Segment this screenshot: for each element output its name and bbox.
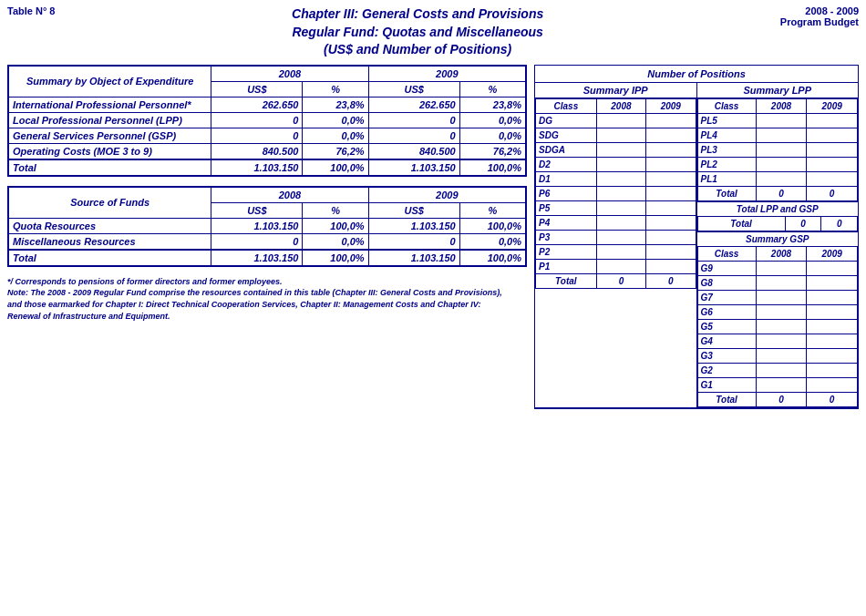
- list-item: G8: [697, 275, 858, 290]
- total-usd-2008: 1.103.150: [211, 159, 303, 176]
- row-label: Operating Costs (MOE 3 to 9): [9, 143, 211, 159]
- class-2009: [646, 244, 696, 259]
- lpp-title: Summary LPP: [697, 83, 859, 98]
- total-pct-2009: 100,0%: [459, 159, 525, 176]
- gsp-total-2008: 0: [756, 392, 807, 406]
- main-layout: Summary by Object of Expenditure 2008 20…: [7, 65, 859, 409]
- total-usd-2009: 1.103.150: [368, 250, 459, 266]
- list-item: PL5: [697, 113, 858, 128]
- left-section: Summary by Object of Expenditure 2008 20…: [7, 65, 527, 409]
- class-2009: [807, 171, 858, 186]
- class-2008: [596, 186, 645, 200]
- usd-2008-cell: 0: [211, 233, 303, 250]
- class-2009: [807, 290, 858, 304]
- year-2009-header: 2009: [368, 66, 525, 81]
- list-item: G6: [697, 304, 858, 319]
- pct-2009-cell: 100,0%: [459, 218, 525, 233]
- class-2008: [756, 261, 807, 275]
- class-name: P1: [536, 259, 597, 273]
- class-2009: [807, 275, 858, 290]
- footnote: */ Corresponds to pensions of former dir…: [7, 276, 527, 322]
- class-2008: [756, 128, 807, 142]
- ipp-2008-header: 2008: [596, 98, 645, 113]
- row-label: Quota Resources: [9, 218, 211, 233]
- class-name: P2: [536, 244, 597, 259]
- page: Table N° 8 Chapter III: General Costs an…: [0, 0, 866, 616]
- class-name: G2: [697, 363, 756, 377]
- source-year-2009-header: 2009: [368, 187, 525, 202]
- footnote-line1: */ Corresponds to pensions of former dir…: [7, 276, 527, 288]
- source-usd-2008: US$: [211, 202, 303, 218]
- list-item: SDGA: [536, 142, 696, 157]
- header: Table N° 8 Chapter III: General Costs an…: [7, 5, 859, 59]
- class-2008: [756, 319, 807, 334]
- expenditure-table-title: Summary by Object of Expenditure: [9, 66, 211, 97]
- source-table-title: Source of Funds: [9, 187, 211, 218]
- class-2008: [596, 171, 645, 186]
- footnote-line3: and those earmarked for Chapter I: Direc…: [7, 299, 527, 311]
- class-2008: [756, 142, 807, 157]
- total-row: Total 1.103.150 100,0% 1.103.150 100,0%: [9, 250, 526, 266]
- year-range: 2008 - 2009 Program Budget: [780, 5, 859, 27]
- class-2008: [756, 377, 807, 392]
- lpp-total-label: Total: [697, 186, 756, 200]
- usd-2009-cell: 0: [368, 233, 459, 250]
- class-2008: [756, 171, 807, 186]
- class-2009: [646, 128, 696, 142]
- lpp-block: Summary LPP Class 2008 2009 PL5 PL4: [697, 83, 859, 407]
- list-item: P2: [536, 244, 696, 259]
- ipp-total-2008: 0: [596, 273, 645, 288]
- ipp-block: Summary IPP Class 2008 2009 DG SDG: [535, 83, 697, 407]
- pct-2009-subheader: %: [459, 81, 525, 97]
- usd-2009-cell: 840.500: [368, 143, 459, 159]
- usd-2009-subheader: US$: [368, 81, 459, 97]
- class-name: G1: [697, 377, 756, 392]
- total-pct-2008: 100,0%: [303, 159, 368, 176]
- class-name: PL3: [697, 142, 756, 157]
- row-label: International Professional Personnel*: [9, 97, 211, 112]
- list-item: DG: [536, 113, 696, 128]
- list-item: G3: [697, 348, 858, 363]
- list-item: D2: [536, 157, 696, 171]
- list-item: G4: [697, 334, 858, 348]
- class-name: PL5: [697, 113, 756, 128]
- total-pct-2009: 100,0%: [459, 250, 525, 266]
- list-item: P4: [536, 215, 696, 230]
- class-name: G3: [697, 348, 756, 363]
- class-2008: [756, 290, 807, 304]
- usd-2009-cell: 0: [368, 112, 459, 128]
- source-pct-2008: %: [303, 202, 368, 218]
- pct-2008-cell: 23,8%: [303, 97, 368, 112]
- class-2008: [596, 259, 645, 273]
- expenditure-table: Summary by Object of Expenditure 2008 20…: [8, 66, 526, 176]
- class-2008: [596, 244, 645, 259]
- gsp-total-row: Total 0 0: [697, 392, 858, 406]
- footnote-line4: Renewal of Infrastructure and Equipment.: [7, 311, 527, 323]
- gsp-2009-header: 2009: [807, 246, 858, 261]
- gsp-title: Summary GSP: [697, 231, 859, 246]
- ipp-total-label: Total: [536, 273, 597, 288]
- usd-2008-cell: 0: [211, 128, 303, 143]
- table-row: General Services Personnel (GSP) 0 0,0% …: [9, 128, 526, 143]
- total-pct-2008: 100,0%: [303, 250, 368, 266]
- total-usd-2009: 1.103.150: [368, 159, 459, 176]
- class-2008: [596, 200, 645, 215]
- usd-2008-cell: 0: [211, 112, 303, 128]
- ipp-total-2009: 0: [646, 273, 696, 288]
- list-item: G7: [697, 290, 858, 304]
- usd-2009-cell: 262.650: [368, 97, 459, 112]
- class-name: SDG: [536, 128, 597, 142]
- pct-2008-cell: 0,0%: [303, 233, 368, 250]
- class-2009: [646, 186, 696, 200]
- class-name: P3: [536, 230, 597, 244]
- pct-2009-cell: 0,0%: [459, 112, 525, 128]
- year-2008-header: 2008: [211, 66, 368, 81]
- class-name: DG: [536, 113, 597, 128]
- row-label: Miscellaneous Resources: [9, 233, 211, 250]
- gsp-2008-header: 2008: [756, 246, 807, 261]
- total-lpp-gsp-label: Total LPP and GSP: [697, 201, 859, 216]
- pct-2008-subheader: %: [303, 81, 368, 97]
- usd-2009-cell: 0: [368, 128, 459, 143]
- pct-2008-cell: 76,2%: [303, 143, 368, 159]
- lpp-2008-header: 2008: [756, 98, 807, 113]
